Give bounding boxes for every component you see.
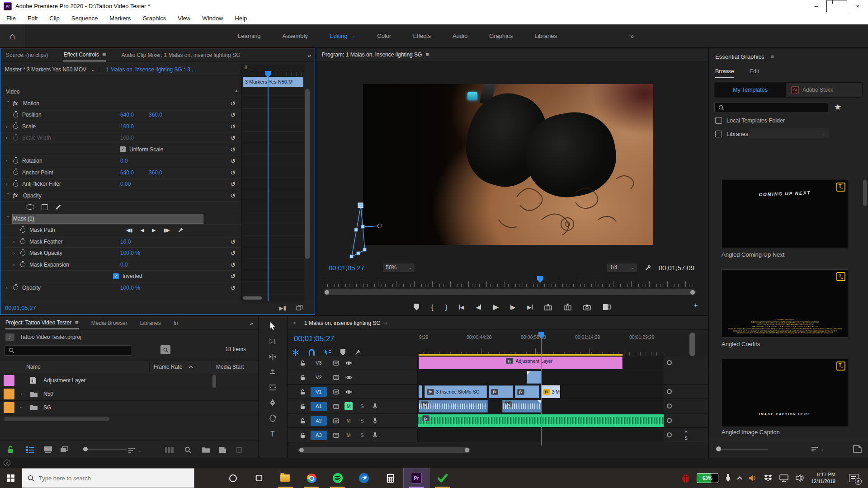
value-y[interactable]: 360.0 [149, 169, 177, 176]
workspace-editing[interactable]: Editing≡ [330, 33, 355, 39]
snap-toggle-icon[interactable] [308, 349, 315, 356]
type-tool[interactable]: T [259, 427, 287, 441]
solo-button[interactable]: S [358, 417, 366, 425]
ec-row-mask-feather[interactable]: › Mask Feather 10.0 ↺ [0, 236, 241, 248]
cortana-button[interactable] [220, 468, 246, 488]
reset-icon[interactable]: ↺ [230, 239, 236, 245]
menu-edit[interactable]: Edit [28, 15, 38, 22]
timeline-settings-icon[interactable] [354, 349, 361, 356]
track-output-eye-icon[interactable] [345, 389, 352, 394]
label-color-chip[interactable] [4, 375, 14, 386]
panel-menu-icon[interactable]: ≡ [103, 51, 106, 58]
reset-icon[interactable]: ↺ [230, 181, 236, 187]
track-label[interactable]: A1 [311, 402, 327, 411]
lock-icon[interactable] [300, 360, 305, 366]
label-color-chip[interactable] [4, 389, 14, 399]
expand-icon[interactable]: › [6, 285, 13, 291]
wrench-icon[interactable] [178, 227, 184, 233]
stopwatch-icon[interactable] [13, 159, 18, 164]
razor-tool[interactable] [259, 365, 287, 379]
voiceover-mic-icon[interactable] [373, 403, 377, 410]
ec-row-mask-path[interactable]: Mask Path ◀▮ ◀ ▶ ▮▶ [0, 224, 241, 236]
column-name[interactable]: Name [26, 364, 41, 370]
expand-icon[interactable]: › [13, 262, 20, 267]
search-input[interactable] [39, 475, 165, 482]
reset-icon[interactable]: ↺ [230, 146, 236, 153]
reset-icon[interactable]: ↺ [230, 250, 236, 256]
template-label[interactable]: Angled Coming Up Next [722, 251, 857, 258]
workspace-assembly[interactable]: Assembly [283, 33, 308, 39]
openoffice-button[interactable] [351, 468, 377, 488]
voiceover-mic-icon[interactable] [373, 418, 377, 424]
ec-row-anchor-point[interactable]: Anchor Point 640.0360.0 ↺ [0, 167, 241, 178]
ec-row-opacity[interactable]: › Opacity 100.0 % ↺ [0, 282, 241, 294]
column-media-start[interactable]: Media Start [216, 364, 244, 370]
ec-row-rotation[interactable]: › Rotation 0.0 ↺ [0, 155, 241, 167]
tab-audio-clip-mixer[interactable]: Audio Clip Mixer: 1 Malas on, insence li… [121, 48, 240, 61]
value-x[interactable]: 640.0 [120, 112, 149, 118]
project-row-n50[interactable]: › N50 [0, 387, 258, 401]
template-thumbnail[interactable]: COMPANY PRESENTS IN ASSOCIATION WITH PAR… [722, 269, 848, 338]
rectangle-mask-icon[interactable] [42, 204, 47, 210]
mark-in-icon[interactable]: { [431, 303, 433, 311]
stopwatch-icon[interactable] [13, 182, 18, 187]
program-time-ruler[interactable] [324, 278, 696, 287]
template-thumbnail[interactable]: COMING UP NEXT T▲ [722, 180, 848, 248]
expand-icon[interactable]: › [21, 391, 23, 397]
project-writable-icon[interactable] [7, 446, 14, 453]
ec-row-mask-1[interactable]: › Mask (1) [0, 213, 241, 225]
workspace-graphics[interactable]: Graphics [489, 33, 513, 39]
mask-handle[interactable] [357, 252, 360, 255]
selection-tool[interactable] [259, 319, 287, 333]
mini-hscrollbar[interactable] [243, 296, 262, 300]
workspace-color[interactable]: Color [377, 33, 391, 39]
hand-tool[interactable] [259, 411, 287, 425]
reset-icon[interactable]: ↺ [230, 169, 236, 176]
ec-row-motion[interactable]: › fx Motion ↺ [0, 98, 241, 109]
comparison-view-icon[interactable] [603, 304, 611, 310]
track-backward-icon[interactable]: ◀▮ [126, 227, 133, 233]
maximize-button[interactable] [826, 0, 847, 12]
program-playhead[interactable] [537, 276, 543, 283]
ec-row-opacity-group[interactable]: › fx Opacity ↺ [0, 190, 241, 202]
extract-icon[interactable] [564, 304, 571, 310]
tab-source-monitor[interactable]: Source: (no clips) [6, 48, 48, 61]
project-file-name[interactable]: Tattoo Video Tester.prproj [20, 334, 81, 340]
battery-indicator[interactable]: 63% [697, 473, 718, 483]
track-scroll-handle[interactable] [667, 360, 672, 365]
menu-window[interactable]: Window [202, 15, 223, 22]
track-scroll-handle[interactable] [667, 389, 672, 394]
template-label[interactable]: Angled Image Caption [722, 429, 857, 436]
close-button[interactable]: × [847, 0, 868, 12]
pen-tool[interactable] [259, 396, 287, 409]
sync-lock-icon[interactable] [333, 433, 339, 438]
my-templates-toggle[interactable]: My Templates [715, 83, 786, 97]
zoom-level-select[interactable]: 50%⌄ [382, 263, 415, 272]
adobe-stock-toggle[interactable]: StAdobe Stock [786, 83, 862, 97]
stopwatch-icon[interactable] [20, 251, 25, 256]
export-frame-icon[interactable] [583, 304, 591, 310]
menu-view[interactable]: View [178, 15, 190, 22]
mask-vertex-handle[interactable] [350, 255, 353, 258]
track-label[interactable]: A3 [311, 431, 327, 440]
program-scrollbar[interactable] [324, 289, 696, 295]
home-icon[interactable]: ⌂ [0, 24, 25, 47]
ec-keyframe-timeline[interactable]: 8 3 Markers Yes N50.M [241, 64, 304, 301]
stopwatch-icon[interactable] [20, 228, 25, 233]
in-out-range-bar[interactable] [419, 354, 623, 356]
workspace-effects[interactable]: Effects [413, 33, 431, 39]
mask-vertex-handle[interactable] [358, 203, 363, 208]
stopwatch-icon[interactable] [13, 124, 18, 129]
lock-icon[interactable] [300, 375, 305, 380]
value-x[interactable]: 640.0 [120, 169, 149, 176]
panel-menu-icon[interactable]: ≡ [425, 51, 429, 58]
track-scroll-handle[interactable] [667, 432, 672, 437]
track-label[interactable]: A2 [311, 416, 327, 426]
menu-clip[interactable]: Clip [49, 15, 59, 22]
workspace-learning[interactable]: Learning [238, 33, 261, 39]
clip-sliver[interactable] [419, 385, 422, 398]
close-icon[interactable]: × [293, 320, 296, 326]
calculator-button[interactable] [377, 468, 403, 488]
reset-icon[interactable]: ↺ [230, 285, 236, 291]
step-forward-icon[interactable]: ▶ [510, 304, 515, 310]
